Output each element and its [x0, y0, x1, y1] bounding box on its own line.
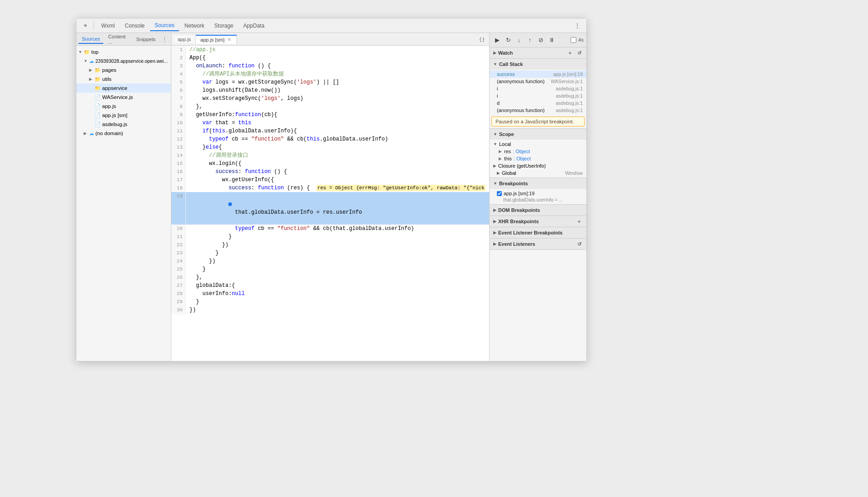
async-label: As	[578, 38, 584, 42]
line-content-18: success: function (res) { res = Object {…	[186, 184, 489, 192]
tree-item-waservice[interactable]: 📄 WAService.js	[76, 93, 171, 102]
code-tab-appjssm[interactable]: app.js [sm] ✕	[196, 35, 236, 44]
breakpoints-label: Breakpoints	[499, 181, 528, 186]
file-tab-sources[interactable]: Sources	[78, 35, 104, 44]
file-tree: ▼ 📁 top ▼ ☁ 239393028.appservice.open.we…	[76, 46, 171, 361]
call-stack-section-header[interactable]: ▼ Call Stack	[490, 59, 586, 70]
async-checkbox[interactable]	[571, 37, 576, 43]
call-stack-item-anon1[interactable]: (anonymous function) WAService.js:1	[490, 78, 586, 85]
line-content-26: },	[186, 273, 489, 281]
call-stack-item-i2[interactable]: i asdebug.js:1	[490, 92, 586, 99]
call-stack-name-anon2: (anonymous function)	[497, 108, 545, 113]
line-content-29: }	[186, 298, 489, 306]
line-content-7: wx.setStorageSync('logs', logs)	[186, 94, 489, 103]
call-stack-item-d[interactable]: d asdebug.js:1	[490, 99, 586, 107]
code-line-22: 22 })	[171, 241, 489, 249]
call-stack-item-success[interactable]: success app.js [sm]:19	[490, 70, 586, 78]
tab-sources[interactable]: Sources	[150, 20, 179, 31]
code-line-25: 25 }	[171, 265, 489, 273]
line-num-22: 22	[171, 241, 186, 249]
cloud-icon-domain: ☁	[89, 58, 94, 64]
breakpoint-item-1[interactable]: app.js [sm]:19	[490, 190, 586, 197]
tab-network[interactable]: Network	[180, 21, 209, 31]
watch-label: Watch	[498, 50, 513, 56]
tab-wxml[interactable]: Wxml	[97, 21, 119, 31]
scope-closure-header[interactable]: ▶ Closure (getUserInfo)	[490, 162, 586, 169]
line-num-8: 8	[171, 103, 186, 111]
code-line-26: 26 },	[171, 273, 489, 281]
line-content-8: },	[186, 103, 489, 111]
tree-item-nodomain[interactable]: ▶ ☁ (no domain)	[76, 129, 171, 138]
resume-button[interactable]: ▶	[492, 35, 502, 45]
tree-label-utils: utils	[102, 76, 111, 82]
code-line-3: 3 onLaunch: function () {	[171, 62, 489, 70]
tab-console[interactable]: Console	[120, 21, 149, 31]
scope-global-row[interactable]: ▶ Global Window	[490, 169, 586, 177]
breakpoints-section-header[interactable]: ▼ Breakpoints	[490, 178, 586, 189]
file-tab-content[interactable]: Content ...	[104, 33, 132, 46]
watch-add-button[interactable]: +	[566, 49, 574, 56]
xhr-add-button[interactable]: +	[576, 218, 583, 225]
tree-arrow-domain: ▼	[84, 59, 89, 63]
code-line-21: 21 }	[171, 233, 489, 241]
event-listeners-refresh-button[interactable]: ↺	[576, 240, 583, 248]
breakpoint-checkbox-1[interactable]	[497, 191, 502, 196]
event-listener-breakpoints-header[interactable]: ▶ Event Listener Breakpoints	[490, 227, 586, 238]
file-tab-more-icon[interactable]: ⋮	[160, 36, 169, 42]
file-icon-waservice: 📄	[94, 94, 101, 100]
code-line-6: 6 logs.unshift(Date.now())	[171, 86, 489, 94]
scope-key-res: res	[504, 149, 511, 154]
call-stack-name-i2: i	[497, 93, 498, 98]
code-line-4: 4 //调用API从本地缓存中获取数据	[171, 70, 489, 78]
tree-item-domain[interactable]: ▼ ☁ 239393028.appservice.open.wei...	[76, 56, 171, 66]
dom-breakpoints-header[interactable]: ▶ DOM Breakpoints	[490, 205, 586, 216]
line-num-30: 30	[171, 306, 186, 314]
step-out-button[interactable]: ↑	[525, 35, 535, 45]
tree-item-asdebug[interactable]: 📄 asdebug.js	[76, 120, 171, 129]
scope-item-res[interactable]: ▶ res : Object	[490, 148, 586, 155]
code-line-11: 11 if(this.globalData.userInfo){	[171, 127, 489, 135]
tree-item-appjssm[interactable]: 📄 app.js [sm]	[76, 111, 171, 120]
watch-section-header[interactable]: ▶ Watch + ↺	[490, 47, 586, 58]
scope-item-this[interactable]: ▶ this : Object	[490, 155, 586, 162]
tree-item-utils[interactable]: ▶ 📁 utils	[76, 75, 171, 84]
tree-item-pages[interactable]: ▶ 📁 pages	[76, 66, 171, 75]
pause-on-exceptions-button[interactable]: ⏸	[547, 35, 557, 45]
watch-refresh-button[interactable]: ↺	[576, 49, 583, 56]
tree-item-appjs[interactable]: 📄 app.js	[76, 102, 171, 111]
call-stack-item-anon2[interactable]: (anonymous function) asdebug.js:1	[490, 107, 586, 114]
tree-item-appservice[interactable]: 📁 appservice	[76, 84, 171, 93]
scope-section-header[interactable]: ▼ Scope	[490, 129, 586, 140]
file-tab-snippets[interactable]: Snippets	[132, 35, 159, 43]
scope-local-header[interactable]: ▼ Local	[490, 141, 586, 148]
code-line-29: 29 }	[171, 298, 489, 306]
xhr-breakpoints-header[interactable]: ▶ XHR Breakpoints +	[490, 216, 586, 227]
line-num-28: 28	[171, 290, 186, 298]
watch-arrow-icon: ▶	[493, 51, 496, 55]
code-tab-close-icon[interactable]: ✕	[226, 37, 232, 42]
scope-body: ▼ Local ▶ res : Object ▶ this : Object	[490, 140, 586, 178]
event-listeners-header[interactable]: ▶ Event Listeners ↺	[490, 239, 586, 249]
tree-label-top: top	[91, 49, 99, 55]
more-menu-button[interactable]: ⋮	[572, 20, 583, 31]
code-line-17: 17 wx.getUserInfo({	[171, 176, 489, 184]
tree-item-top[interactable]: ▼ 📁 top	[76, 47, 171, 56]
line-content-27: globalData:{	[186, 281, 489, 290]
line-content-4: //调用API从本地缓存中获取数据	[186, 70, 489, 78]
code-tab-appjs[interactable]: app.js	[173, 35, 196, 43]
format-button[interactable]: { }	[476, 34, 487, 45]
tab-appdata[interactable]: AppData	[239, 21, 269, 31]
scope-closure-label: Closure (getUserInfo)	[498, 163, 546, 169]
step-into-button[interactable]: ↓	[514, 35, 524, 45]
watch-section: ▶ Watch + ↺	[490, 47, 586, 59]
code-area[interactable]: 1 //app.js 2 App({ 3 onLaunch: function …	[171, 46, 489, 361]
deactivate-breakpoints-button[interactable]: ⊘	[536, 35, 546, 45]
code-line-15: 15 wx.login({	[171, 159, 489, 168]
call-stack-item-i1[interactable]: i asdebug.js:1	[490, 85, 586, 92]
line-num-20: 20	[171, 225, 186, 233]
cursor-icon[interactable]: ⌖	[80, 20, 91, 31]
line-num-5: 5	[171, 78, 186, 86]
step-over-button[interactable]: ↻	[503, 35, 513, 45]
tab-storage[interactable]: Storage	[210, 21, 238, 31]
event-listener-breakpoints-label: Event Listener Breakpoints	[498, 230, 562, 235]
